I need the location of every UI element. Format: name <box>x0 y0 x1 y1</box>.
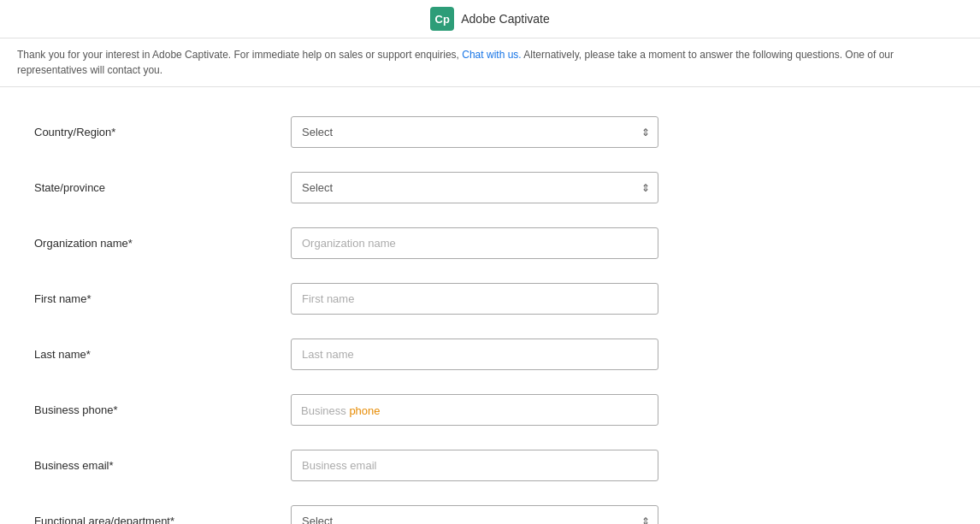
business-phone-label: Business phone* <box>34 403 291 416</box>
country-region-select-wrapper: Select <box>291 116 658 148</box>
organization-name-field <box>291 227 658 259</box>
chat-link[interactable]: Chat with us. <box>462 49 521 61</box>
business-email-row: Business email* <box>0 438 980 493</box>
app-logo: Cp <box>430 7 454 31</box>
business-phone-field: Business phone <box>291 394 658 426</box>
business-phone-row: Business phone* Business phone <box>0 382 980 438</box>
business-phone-input[interactable] <box>291 394 658 426</box>
business-email-label: Business email* <box>34 459 291 472</box>
app-title: Adobe Captivate <box>461 12 550 26</box>
last-name-row: Last name* <box>0 327 980 382</box>
state-province-row: State/province Select <box>0 160 980 215</box>
first-name-input[interactable] <box>291 283 658 315</box>
functional-area-select[interactable]: Select <box>291 505 658 524</box>
business-email-input[interactable] <box>291 450 658 481</box>
business-email-field <box>291 450 658 481</box>
first-name-field <box>291 283 658 315</box>
functional-area-field: Select <box>291 505 658 524</box>
functional-area-label: Functional area/department* <box>34 515 291 524</box>
functional-area-row: Functional area/department* Select <box>0 493 980 524</box>
organization-name-row: Organization name* <box>0 215 980 271</box>
country-region-label: Country/Region* <box>34 126 291 138</box>
organization-name-label: Organization name* <box>34 237 291 250</box>
last-name-field <box>291 339 658 370</box>
state-province-select[interactable]: Select <box>291 172 658 203</box>
state-province-label: State/province <box>34 181 291 194</box>
last-name-input[interactable] <box>291 339 658 370</box>
state-province-field: Select <box>291 172 658 203</box>
contact-form: Country/Region* Select State/province Se… <box>0 87 980 524</box>
info-banner: Thank you for your interest in Adobe Cap… <box>0 38 980 87</box>
app-header: Cp Adobe Captivate <box>0 0 980 38</box>
organization-name-input[interactable] <box>291 227 658 259</box>
banner-text-before: Thank you for your interest in Adobe Cap… <box>17 49 462 61</box>
country-region-row: Country/Region* Select <box>0 104 980 160</box>
functional-area-select-wrapper: Select <box>291 505 658 524</box>
country-region-select[interactable]: Select <box>291 116 658 148</box>
state-province-select-wrapper: Select <box>291 172 658 203</box>
country-region-field: Select <box>291 116 658 148</box>
first-name-row: First name* <box>0 271 980 327</box>
last-name-label: Last name* <box>34 348 291 361</box>
first-name-label: First name* <box>34 292 291 305</box>
